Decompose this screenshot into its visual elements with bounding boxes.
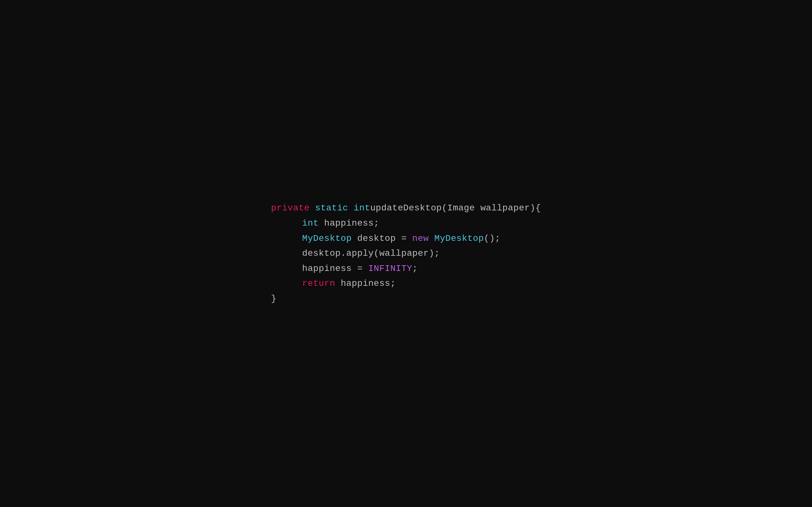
keyword-static: static: [315, 201, 348, 216]
closing-brace: }: [271, 291, 276, 306]
happiness-decl: happiness;: [319, 216, 379, 231]
method-signature: updateDesktop(Image wallpaper){: [370, 201, 541, 216]
desktop-assign-1: desktop =: [352, 231, 412, 246]
code-display: private static intupdateDesktop(Image wa…: [271, 201, 541, 306]
keyword-return: return: [302, 276, 335, 291]
type-mydesktop-2: MyDesktop: [434, 231, 484, 246]
desktop-assign-2: ();: [484, 231, 501, 246]
keyword-int-1: int: [354, 201, 370, 216]
code-line-7: }: [271, 291, 541, 306]
constant-infinity: INFINITY: [368, 261, 412, 276]
space-new: [429, 231, 434, 246]
keyword-int-2: int: [302, 216, 319, 231]
semicolon: ;: [412, 261, 418, 276]
code-line-5: happiness = INFINITY;: [271, 261, 541, 276]
code-line-3: MyDesktop desktop = new MyDesktop();: [271, 231, 541, 246]
happiness-assign: happiness =: [302, 261, 368, 276]
space-1: [310, 201, 315, 216]
apply-call: desktop.apply(wallpaper);: [302, 246, 440, 261]
space-2: [348, 201, 354, 216]
code-line-2: int happiness;: [271, 216, 541, 231]
code-line-1: private static intupdateDesktop(Image wa…: [271, 201, 541, 216]
type-mydesktop-1: MyDesktop: [302, 231, 352, 246]
keyword-private: private: [271, 201, 310, 216]
code-line-4: desktop.apply(wallpaper);: [271, 246, 541, 261]
code-line-6: return happiness;: [271, 276, 541, 291]
return-value: happiness;: [335, 276, 396, 291]
keyword-new: new: [412, 231, 429, 246]
